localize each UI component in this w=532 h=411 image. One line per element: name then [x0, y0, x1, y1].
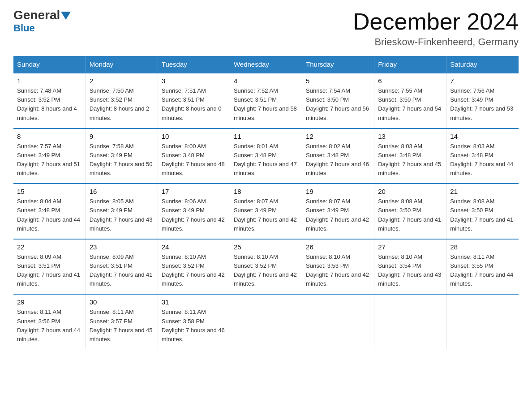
day-info: Sunrise: 8:11 AMSunset: 3:56 PMDaylight:… — [17, 308, 82, 344]
day-number: 26 — [306, 243, 370, 251]
day-info: Sunrise: 8:01 AMSunset: 3:48 PMDaylight:… — [234, 142, 298, 178]
calendar-week-row: 29 Sunrise: 8:11 AMSunset: 3:56 PMDaylig… — [13, 294, 519, 349]
calendar-cell: 29 Sunrise: 8:11 AMSunset: 3:56 PMDaylig… — [13, 294, 86, 349]
weekday-header-thursday: Thursday — [302, 56, 374, 73]
calendar-cell: 12 Sunrise: 8:02 AMSunset: 3:48 PMDaylig… — [302, 128, 374, 184]
day-info: Sunrise: 8:05 AMSunset: 3:49 PMDaylight:… — [90, 197, 154, 233]
day-number: 19 — [306, 188, 370, 195]
calendar-week-row: 8 Sunrise: 7:57 AMSunset: 3:49 PMDayligh… — [13, 128, 519, 184]
day-number: 10 — [162, 133, 226, 140]
calendar-week-row: 22 Sunrise: 8:09 AMSunset: 3:51 PMDaylig… — [13, 239, 519, 295]
day-number: 28 — [450, 243, 515, 251]
day-info: Sunrise: 7:58 AMSunset: 3:49 PMDaylight:… — [90, 142, 154, 178]
calendar-cell: 3 Sunrise: 7:51 AMSunset: 3:51 PMDayligh… — [158, 73, 230, 128]
day-info: Sunrise: 7:51 AMSunset: 3:51 PMDaylight:… — [162, 86, 226, 123]
calendar-cell: 15 Sunrise: 8:04 AMSunset: 3:48 PMDaylig… — [13, 184, 86, 239]
weekday-header-friday: Friday — [374, 56, 446, 73]
calendar-cell: 4 Sunrise: 7:52 AMSunset: 3:51 PMDayligh… — [230, 73, 302, 128]
calendar-cell — [374, 294, 446, 349]
page-title: December 2024 — [353, 9, 519, 34]
day-info: Sunrise: 8:08 AMSunset: 3:50 PMDaylight:… — [378, 197, 442, 233]
day-info: Sunrise: 7:48 AMSunset: 3:52 PMDaylight:… — [17, 86, 82, 123]
calendar-cell: 22 Sunrise: 8:09 AMSunset: 3:51 PMDaylig… — [13, 239, 86, 295]
weekday-header-monday: Monday — [86, 56, 158, 73]
logo-blue-text: Blue — [13, 22, 35, 34]
day-number: 7 — [450, 77, 515, 85]
day-info: Sunrise: 8:09 AMSunset: 3:51 PMDaylight:… — [90, 253, 154, 289]
day-info: Sunrise: 7:57 AMSunset: 3:49 PMDaylight:… — [17, 142, 82, 178]
day-number: 4 — [234, 77, 298, 85]
day-number: 17 — [162, 188, 226, 195]
day-info: Sunrise: 8:07 AMSunset: 3:49 PMDaylight:… — [306, 197, 370, 233]
calendar-week-row: 15 Sunrise: 8:04 AMSunset: 3:48 PMDaylig… — [13, 184, 519, 239]
day-info: Sunrise: 8:08 AMSunset: 3:50 PMDaylight:… — [450, 197, 515, 233]
calendar-cell: 1 Sunrise: 7:48 AMSunset: 3:52 PMDayligh… — [13, 73, 86, 128]
day-number: 31 — [162, 298, 226, 306]
calendar-cell: 27 Sunrise: 8:10 AMSunset: 3:54 PMDaylig… — [374, 239, 446, 295]
calendar-cell: 30 Sunrise: 8:11 AMSunset: 3:57 PMDaylig… — [86, 294, 158, 349]
subtitle: Brieskow-Finkenheerd, Germany — [353, 36, 519, 48]
day-number: 15 — [17, 188, 82, 195]
day-info: Sunrise: 7:52 AMSunset: 3:51 PMDaylight:… — [234, 86, 298, 123]
day-number: 20 — [378, 188, 442, 195]
day-info: Sunrise: 7:50 AMSunset: 3:52 PMDaylight:… — [90, 86, 154, 123]
calendar-cell: 14 Sunrise: 8:03 AMSunset: 3:48 PMDaylig… — [446, 128, 519, 184]
calendar-cell: 28 Sunrise: 8:11 AMSunset: 3:55 PMDaylig… — [446, 239, 519, 295]
calendar-cell — [302, 294, 374, 349]
calendar-cell: 8 Sunrise: 7:57 AMSunset: 3:49 PMDayligh… — [13, 128, 86, 184]
day-number: 25 — [234, 243, 298, 251]
calendar-cell: 18 Sunrise: 8:07 AMSunset: 3:49 PMDaylig… — [230, 184, 302, 239]
day-info: Sunrise: 8:09 AMSunset: 3:51 PMDaylight:… — [17, 253, 82, 289]
calendar-cell: 23 Sunrise: 8:09 AMSunset: 3:51 PMDaylig… — [86, 239, 158, 295]
day-info: Sunrise: 8:03 AMSunset: 3:48 PMDaylight:… — [378, 142, 442, 178]
weekday-header-row: SundayMondayTuesdayWednesdayThursdayFrid… — [13, 56, 519, 73]
title-block: December 2024 Brieskow-Finkenheerd, Germ… — [353, 9, 519, 48]
weekday-header-wednesday: Wednesday — [230, 56, 302, 73]
day-number: 9 — [90, 133, 154, 140]
day-info: Sunrise: 8:10 AMSunset: 3:52 PMDaylight:… — [234, 253, 298, 289]
calendar-table: SundayMondayTuesdayWednesdayThursdayFrid… — [13, 56, 519, 349]
day-number: 18 — [234, 188, 298, 195]
day-info: Sunrise: 8:06 AMSunset: 3:49 PMDaylight:… — [162, 197, 226, 233]
calendar-cell: 16 Sunrise: 8:05 AMSunset: 3:49 PMDaylig… — [86, 184, 158, 239]
svg-marker-0 — [61, 12, 71, 20]
day-number: 23 — [90, 243, 154, 251]
calendar-cell: 21 Sunrise: 8:08 AMSunset: 3:50 PMDaylig… — [446, 184, 519, 239]
day-number: 22 — [17, 243, 82, 251]
day-info: Sunrise: 7:56 AMSunset: 3:49 PMDaylight:… — [450, 86, 515, 123]
day-info: Sunrise: 8:10 AMSunset: 3:53 PMDaylight:… — [306, 253, 370, 289]
day-number: 1 — [17, 77, 82, 85]
day-info: Sunrise: 8:03 AMSunset: 3:48 PMDaylight:… — [450, 142, 515, 178]
day-number: 3 — [162, 77, 226, 85]
day-info: Sunrise: 7:55 AMSunset: 3:50 PMDaylight:… — [378, 86, 442, 123]
day-info: Sunrise: 8:10 AMSunset: 3:52 PMDaylight:… — [162, 253, 226, 289]
calendar-cell: 9 Sunrise: 7:58 AMSunset: 3:49 PMDayligh… — [86, 128, 158, 184]
calendar-cell: 19 Sunrise: 8:07 AMSunset: 3:49 PMDaylig… — [302, 184, 374, 239]
day-number: 21 — [450, 188, 515, 195]
calendar-cell: 5 Sunrise: 7:54 AMSunset: 3:50 PMDayligh… — [302, 73, 374, 128]
day-number: 2 — [90, 77, 154, 85]
day-number: 14 — [450, 133, 515, 140]
calendar-cell: 10 Sunrise: 8:00 AMSunset: 3:48 PMDaylig… — [158, 128, 230, 184]
day-info: Sunrise: 8:02 AMSunset: 3:48 PMDaylight:… — [306, 142, 370, 178]
day-info: Sunrise: 8:11 AMSunset: 3:57 PMDaylight:… — [90, 308, 154, 344]
calendar-cell: 13 Sunrise: 8:03 AMSunset: 3:48 PMDaylig… — [374, 128, 446, 184]
weekday-header-saturday: Saturday — [446, 56, 519, 73]
calendar-cell — [230, 294, 302, 349]
day-number: 11 — [234, 133, 298, 140]
day-number: 5 — [306, 77, 370, 85]
day-number: 12 — [306, 133, 370, 140]
calendar-week-row: 1 Sunrise: 7:48 AMSunset: 3:52 PMDayligh… — [13, 73, 519, 128]
day-number: 6 — [378, 77, 442, 85]
day-info: Sunrise: 7:54 AMSunset: 3:50 PMDaylight:… — [306, 86, 370, 123]
day-info: Sunrise: 8:10 AMSunset: 3:54 PMDaylight:… — [378, 253, 442, 289]
day-number: 27 — [378, 243, 442, 251]
day-number: 13 — [378, 133, 442, 140]
calendar-cell: 24 Sunrise: 8:10 AMSunset: 3:52 PMDaylig… — [158, 239, 230, 295]
logo-general-text: General — [13, 9, 60, 21]
day-info: Sunrise: 8:11 AMSunset: 3:58 PMDaylight:… — [162, 308, 226, 344]
weekday-header-tuesday: Tuesday — [158, 56, 230, 73]
calendar-cell: 17 Sunrise: 8:06 AMSunset: 3:49 PMDaylig… — [158, 184, 230, 239]
day-number: 30 — [90, 298, 154, 306]
calendar-cell: 7 Sunrise: 7:56 AMSunset: 3:49 PMDayligh… — [446, 73, 519, 128]
